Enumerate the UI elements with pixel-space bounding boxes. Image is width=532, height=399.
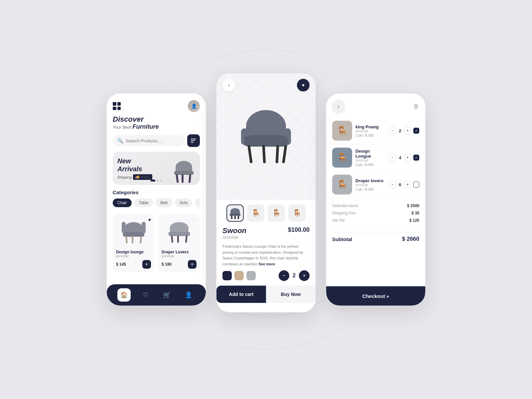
cat-tab-cap[interactable]: Cap (195, 199, 200, 207)
quantity-value: 2 (293, 273, 296, 279)
svg-rect-0 (191, 139, 196, 139)
cart-info-2: Design Longue armchair 1 pic / $ 450 (355, 149, 385, 167)
qty-minus-1[interactable]: − (389, 127, 396, 134)
selected-items-row: Selected items $ 2500 (332, 203, 419, 208)
product-price-1: $ 145 (116, 262, 126, 267)
nav-home[interactable]: 🏠 (117, 288, 131, 302)
qty-minus-2[interactable]: − (389, 154, 396, 161)
divider (332, 232, 419, 232)
trash-icon[interactable]: 🗑 (413, 103, 419, 110)
search-input-wrap[interactable]: 🔍 (113, 135, 185, 146)
right-header: ‹ 🗑 (326, 93, 425, 117)
checkout-button[interactable]: Checkout » (326, 286, 425, 306)
checkbox-2[interactable]: ✓ (413, 155, 419, 161)
action-buttons: Add to cart Buy Now (216, 286, 316, 303)
wishlist-button[interactable]: ♥ (297, 79, 310, 91)
shipping-badge: 🚚 FREE (133, 174, 152, 180)
add-to-cart-button[interactable]: Add to cart (216, 286, 266, 303)
mini-qty-3: − 6 + (389, 181, 411, 188)
qty-plus-2[interactable]: + (404, 154, 411, 161)
subtotal-row: Subtotal $ 2660 (326, 236, 425, 248)
cat-tab-chair[interactable]: Chair (113, 199, 132, 207)
checkbox-3[interactable] (413, 182, 419, 188)
heart-icon-1[interactable]: ♥ (148, 217, 151, 222)
shipping-fee-label: Shipping Fee (332, 211, 356, 215)
search-icon: 🔍 (117, 138, 123, 143)
cart-info-1: king Poang armchair 1 pic / $ 350 (355, 124, 385, 137)
nav-profile[interactable]: 👤 (182, 288, 195, 302)
categories-section: Categories Chair Table Bed Sofa Cap (107, 190, 206, 210)
search-input[interactable] (126, 138, 180, 143)
product-image-2 (162, 217, 197, 247)
title-line2: Your Best Furniture (113, 123, 200, 130)
qty-plus-1[interactable]: + (404, 127, 411, 134)
thumb-2[interactable]: 🪑 (247, 204, 264, 222)
selected-items-label: Selected items (332, 203, 358, 208)
buy-now-button[interactable]: Buy Now (266, 286, 316, 303)
cart-item-3: 🪑 Droper lovers armchair 1 pic / $ 180 −… (326, 171, 425, 198)
product-card-2[interactable]: ♡ Draper Lovers armchair $ 180 + (158, 214, 200, 272)
product-price-2: $ 180 (162, 262, 172, 267)
product-card-1[interactable]: ♥ Design lounge armchair $ 145 (113, 214, 154, 272)
avatar[interactable]: 👤 (188, 100, 200, 112)
qty-plus-3[interactable]: + (404, 181, 411, 188)
category-tabs: Chair Table Bed Sofa Cap (113, 199, 200, 207)
quantity-control: − 2 + (279, 270, 310, 281)
cart-item-name-3: Droper lovers (355, 178, 385, 183)
cart-back-button[interactable]: ‹ (332, 100, 345, 113)
banner-shipping: Shipping 🚚 FREE (117, 174, 195, 180)
color-swatch-gray[interactable] (246, 271, 256, 280)
color-swatch-tan[interactable] (234, 271, 244, 280)
subtotal-label: Subtotal (332, 236, 352, 242)
center-phone: ‹ ♥ (216, 73, 316, 313)
cart-item-1: 🪑 king Poang armchair 1 pic / $ 350 − 2 … (326, 117, 425, 144)
cart-thumb-2: 🪑 (332, 148, 352, 168)
cart-item-price-2: 1 pic / $ 450 (355, 163, 385, 167)
cat-tab-bed[interactable]: Bed (156, 199, 172, 207)
add-to-cart-2[interactable]: + (188, 260, 197, 269)
thumb-3[interactable]: 🪑 (268, 204, 285, 222)
cat-tab-table[interactable]: Table (134, 199, 153, 207)
checkbox-1[interactable]: ✓ (413, 128, 419, 134)
screens-container: 👤 Discover Your Best Furniture 🔍 (106, 86, 426, 313)
cat-tab-sofa[interactable]: Sofa (175, 199, 193, 207)
thumb-1[interactable] (226, 204, 244, 222)
product-sub-1: armchair (116, 254, 151, 258)
cart-item-price-1: 1 pic / $ 350 (355, 134, 385, 137)
grid-icon[interactable] (113, 102, 121, 110)
cart-thumb-3: 🪑 (332, 175, 352, 195)
categories-label: Categories (113, 190, 200, 195)
thumb-4[interactable]: 🪑 (288, 204, 306, 222)
add-to-cart-1[interactable]: + (142, 260, 151, 269)
svg-rect-2 (191, 142, 194, 143)
nav-cart[interactable]: 🛒 (160, 288, 174, 302)
shipping-fee-val: $ 35 (412, 211, 419, 215)
heart-icon-2[interactable]: ♡ (192, 217, 197, 222)
vat-row: Vat 5% $ 125 (332, 218, 419, 223)
qty-minus-3[interactable]: − (389, 181, 396, 188)
banner: New Arrivals Shipping 🚚 FREE (113, 152, 200, 185)
qty-num-3: 6 (398, 182, 402, 187)
banner-title: New Arrivals (117, 157, 195, 173)
nav-favorites[interactable]: ♡ (139, 288, 152, 302)
color-swatch-dark[interactable] (222, 271, 232, 280)
center-nav: ‹ ♥ (216, 79, 316, 91)
detail-header: Swoon Armchair $100.00 (222, 226, 310, 242)
product-name-2: Draper Lovers (162, 250, 197, 254)
filter-button[interactable] (187, 134, 200, 147)
svg-rect-1 (191, 140, 195, 141)
cart-item-price-3: 1 pic / $ 180 (355, 188, 385, 191)
chair-illustration (239, 107, 293, 167)
color-qty-row: − 2 + (222, 270, 310, 281)
back-button[interactable]: ‹ (222, 79, 235, 91)
cart-item-right-3: − 6 + (389, 181, 419, 188)
product-image-area: ‹ ♥ (216, 73, 316, 200)
see-more-link[interactable]: See more (259, 262, 275, 266)
product-detail-info: Swoon Armchair $100.00 Fredericia's Swoo… (216, 226, 316, 281)
subtotal-val: $ 2660 (402, 236, 419, 242)
qty-increase[interactable]: + (299, 270, 310, 281)
cart-item-sub-2: armchair (355, 159, 385, 162)
selected-items-val: $ 2500 (407, 203, 419, 208)
app-title: Discover Your Best Furniture (107, 115, 206, 134)
qty-decrease[interactable]: − (279, 270, 289, 281)
